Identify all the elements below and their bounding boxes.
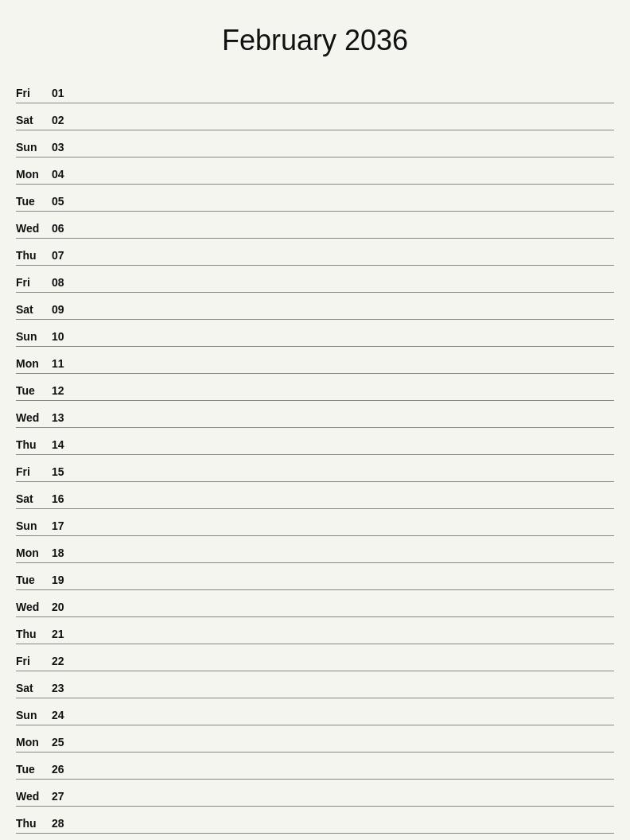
calendar-row: Fri29 <box>16 837 614 840</box>
calendar-row: Sun17 <box>16 512 614 536</box>
calendar-row: Wed27 <box>16 783 614 807</box>
day-name: Sun <box>16 709 52 723</box>
day-number: 09 <box>52 303 76 317</box>
calendar: Fri01Sat02Sun03Mon04Tue05Wed06Thu07Fri08… <box>16 80 614 840</box>
day-name: Sun <box>16 141 52 155</box>
day-content-area[interactable] <box>76 704 614 723</box>
day-content-area[interactable] <box>76 190 614 209</box>
page-title: February 2036 <box>16 16 614 65</box>
day-number: 19 <box>52 574 76 588</box>
day-number: 10 <box>52 330 76 344</box>
day-content-area[interactable] <box>76 217 614 236</box>
day-number: 20 <box>52 601 76 615</box>
day-number: 21 <box>52 628 76 642</box>
day-number: 17 <box>52 519 76 534</box>
day-content-area[interactable] <box>76 488 614 507</box>
day-name: Wed <box>16 411 52 426</box>
day-number: 27 <box>52 790 76 804</box>
day-content-area[interactable] <box>76 461 614 480</box>
day-content-area[interactable] <box>76 650 614 669</box>
calendar-row: Fri08 <box>16 269 614 293</box>
day-name: Fri <box>16 465 52 480</box>
day-content-area[interactable] <box>76 136 614 155</box>
day-content-area[interactable] <box>76 325 614 344</box>
calendar-row: Thu21 <box>16 620 614 644</box>
calendar-row: Wed06 <box>16 215 614 239</box>
day-number: 25 <box>52 736 76 750</box>
day-content-area[interactable] <box>76 82 614 101</box>
day-content-area[interactable] <box>76 515 614 534</box>
day-name: Sun <box>16 519 52 534</box>
day-number: 08 <box>52 276 76 290</box>
calendar-row: Fri01 <box>16 80 614 103</box>
day-name: Mon <box>16 736 52 750</box>
day-number: 03 <box>52 141 76 155</box>
calendar-row: Sat23 <box>16 675 614 698</box>
day-number: 06 <box>52 222 76 236</box>
calendar-row: Tue26 <box>16 756 614 780</box>
day-name: Sun <box>16 330 52 344</box>
day-content-area[interactable] <box>76 758 614 777</box>
calendar-row: Tue19 <box>16 566 614 590</box>
day-number: 16 <box>52 492 76 507</box>
day-name: Tue <box>16 195 52 209</box>
day-name: Thu <box>16 817 52 831</box>
day-number: 24 <box>52 709 76 723</box>
calendar-row: Sun10 <box>16 323 614 347</box>
day-number: 23 <box>52 682 76 696</box>
day-name: Fri <box>16 655 52 669</box>
day-number: 07 <box>52 249 76 263</box>
calendar-row: Sun24 <box>16 702 614 725</box>
calendar-row: Thu07 <box>16 242 614 266</box>
day-content-area[interactable] <box>76 271 614 290</box>
day-name: Sat <box>16 114 52 128</box>
day-number: 22 <box>52 655 76 669</box>
day-content-area[interactable] <box>76 677 614 696</box>
day-content-area[interactable] <box>76 569 614 588</box>
calendar-row: Sat02 <box>16 107 614 130</box>
calendar-row: Fri22 <box>16 648 614 671</box>
day-name: Wed <box>16 601 52 615</box>
day-content-area[interactable] <box>76 298 614 317</box>
day-name: Tue <box>16 574 52 588</box>
day-content-area[interactable] <box>76 379 614 399</box>
calendar-row: Tue05 <box>16 188 614 212</box>
day-number: 26 <box>52 763 76 777</box>
day-content-area[interactable] <box>76 596 614 615</box>
calendar-row: Sat16 <box>16 485 614 509</box>
calendar-row: Wed20 <box>16 593 614 617</box>
day-number: 28 <box>52 817 76 831</box>
day-name: Tue <box>16 384 52 399</box>
day-name: Wed <box>16 222 52 236</box>
day-number: 05 <box>52 195 76 209</box>
calendar-row: Tue12 <box>16 377 614 401</box>
day-name: Sat <box>16 492 52 507</box>
day-number: 15 <box>52 465 76 480</box>
day-content-area[interactable] <box>76 244 614 263</box>
calendar-row: Fri15 <box>16 458 614 482</box>
day-content-area[interactable] <box>76 785 614 804</box>
day-content-area[interactable] <box>76 109 614 128</box>
day-number: 04 <box>52 168 76 182</box>
day-content-area[interactable] <box>76 731 614 750</box>
day-content-area[interactable] <box>76 352 614 371</box>
day-name: Sat <box>16 303 52 317</box>
day-number: 13 <box>52 411 76 426</box>
day-content-area[interactable] <box>76 163 614 182</box>
calendar-row: Mon11 <box>16 350 614 374</box>
day-number: 12 <box>52 384 76 399</box>
calendar-row: Sun03 <box>16 134 614 158</box>
day-content-area[interactable] <box>76 406 614 426</box>
day-content-area[interactable] <box>76 623 614 642</box>
day-name: Fri <box>16 276 52 290</box>
day-name: Thu <box>16 249 52 263</box>
calendar-row: Thu14 <box>16 431 614 455</box>
day-content-area[interactable] <box>76 812 614 831</box>
day-name: Fri <box>16 87 52 101</box>
calendar-row: Thu28 <box>16 810 614 834</box>
day-content-area[interactable] <box>76 434 614 453</box>
day-name: Sat <box>16 682 52 696</box>
day-number: 11 <box>52 357 76 371</box>
day-name: Tue <box>16 763 52 777</box>
day-content-area[interactable] <box>76 542 614 561</box>
